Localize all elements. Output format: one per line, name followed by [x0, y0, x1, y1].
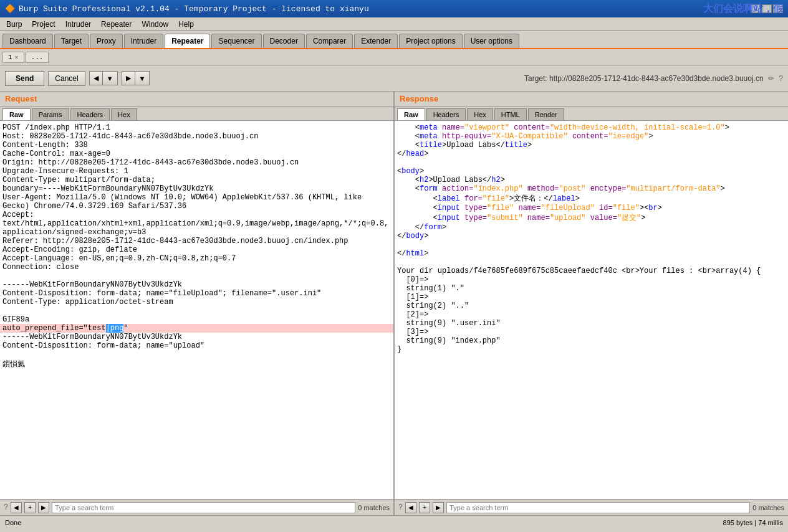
response-tabs: Raw Headers Hex HTML Render — [395, 107, 788, 121]
app-icon: 🔶 — [5, 4, 15, 14]
status-left: Done — [5, 519, 21, 526]
response-search-bar: ? ◀ + ▶ 0 matches — [395, 499, 788, 515]
back-nav-group: ◀ ▼ — [89, 71, 118, 85]
request-header: Request — [0, 92, 393, 107]
request-tab-raw[interactable]: Raw — [2, 108, 31, 120]
response-tab-headers[interactable]: Headers — [426, 108, 466, 120]
status-right: 895 bytes | 74 millis — [723, 519, 783, 526]
request-search-matches: 0 matches — [358, 504, 390, 511]
response-tab-render[interactable]: Render — [528, 108, 564, 120]
toolbar: Send Cancel ◀ ▼ ▶ ▼ Target: http://0828e… — [0, 65, 788, 92]
menu-repeater[interactable]: Repeater — [97, 19, 135, 30]
title-section: 🔶 Burp Suite Professional v2.1.04 - Temp… — [5, 4, 369, 14]
request-content[interactable]: POST /index.php HTTP/1.1 Host: 0828e205-… — [0, 121, 393, 499]
menu-window[interactable]: Window — [138, 19, 172, 30]
tab-dashboard[interactable]: Dashboard — [2, 34, 53, 48]
back-button[interactable]: ◀ — [90, 72, 103, 85]
response-search-next[interactable]: ▶ — [433, 502, 444, 513]
panels: Request Raw Params Headers Hex POST /ind… — [0, 92, 788, 515]
tab-project-options[interactable]: Project options — [399, 34, 462, 48]
repeater-tabs-bar: 1 ✕ ... — [0, 49, 788, 65]
request-search-next-up[interactable]: + — [24, 502, 36, 513]
menubar: Burp Project Intruder Repeater Window He… — [0, 17, 788, 31]
window-controls[interactable]: ─ □ ✕ — [751, 4, 783, 13]
close-button[interactable]: ✕ — [773, 4, 783, 13]
request-tabs: Raw Params Headers Hex — [0, 107, 393, 121]
response-content[interactable]: <meta name="viewport" content="width=dev… — [395, 121, 788, 499]
help-icon[interactable]: ? — [779, 74, 783, 83]
request-tab-headers[interactable]: Headers — [70, 108, 110, 120]
request-search-help-icon[interactable]: ? — [4, 503, 8, 512]
response-search-help-icon[interactable]: ? — [398, 503, 403, 512]
repeater-tab-1-close[interactable]: ✕ — [15, 54, 19, 61]
request-tab-hex[interactable]: Hex — [111, 108, 137, 120]
tab-proxy[interactable]: Proxy — [90, 34, 123, 48]
repeater-tab-1-label: 1 — [8, 54, 12, 61]
response-code: <meta name="viewport" content="width=dev… — [397, 123, 761, 354]
highlighted-line: auto_prepend_file="test|png" — [0, 324, 393, 333]
maximize-button[interactable]: □ — [762, 4, 772, 13]
response-search-prev[interactable]: ◀ — [405, 502, 416, 513]
response-tab-raw[interactable]: Raw — [397, 108, 425, 120]
app-title: Burp Suite Professional v2.1.04 - Tempor… — [19, 4, 369, 14]
tab-repeater[interactable]: Repeater — [165, 34, 210, 48]
request-search-bar: ? ◀ + ▶ 0 matches — [0, 499, 393, 515]
repeater-tab-more[interactable]: ... — [26, 52, 49, 63]
titlebar: 🔶 Burp Suite Professional v2.1.04 - Temp… — [0, 0, 788, 17]
tab-intruder[interactable]: Intruder — [124, 34, 163, 48]
forward-nav-group: ▶ ▼ — [122, 71, 150, 85]
send-button[interactable]: Send — [5, 71, 44, 86]
menu-burp[interactable]: Burp — [2, 19, 26, 30]
forward-dropdown-button[interactable]: ▼ — [135, 72, 150, 85]
request-search-next[interactable]: ▶ — [38, 502, 49, 513]
forward-button[interactable]: ▶ — [122, 72, 135, 85]
tab-target[interactable]: Target — [54, 34, 89, 48]
request-tab-params[interactable]: Params — [32, 108, 69, 120]
response-search-next-up[interactable]: + — [419, 502, 430, 513]
menu-intruder[interactable]: Intruder — [62, 19, 95, 30]
main-tabs: Dashboard Target Proxy Intruder Repeater… — [0, 31, 788, 49]
menu-project[interactable]: Project — [28, 19, 59, 30]
request-search-prev[interactable]: ◀ — [11, 502, 22, 513]
request-remaining: ------WebKitFormBoundaryNN07BytUv3UkdzYk… — [2, 333, 204, 369]
tab-comparer[interactable]: Comparer — [306, 34, 353, 48]
request-line-1: POST /index.php HTTP/1.1 Host: 0828e205-… — [2, 123, 388, 324]
tab-sequencer[interactable]: Sequencer — [211, 34, 261, 48]
target-label: Target: — [524, 74, 547, 83]
response-search-matches: 0 matches — [752, 504, 784, 511]
tab-decoder[interactable]: Decoder — [263, 34, 305, 48]
back-dropdown-button[interactable]: ▼ — [103, 72, 117, 85]
statusbar: Done 895 bytes | 74 millis — [0, 515, 788, 529]
response-tab-html[interactable]: HTML — [494, 108, 527, 120]
menu-help[interactable]: Help — [175, 19, 198, 30]
response-header: Response — [395, 92, 788, 107]
request-panel: Request Raw Params Headers Hex POST /ind… — [0, 92, 395, 515]
edit-target-icon[interactable]: ✏ — [768, 74, 774, 83]
cancel-button[interactable]: Cancel — [48, 71, 85, 86]
minimize-button[interactable]: ─ — [751, 4, 761, 13]
tab-extender[interactable]: Extender — [354, 34, 398, 48]
request-search-input[interactable] — [52, 502, 355, 513]
response-tab-hex[interactable]: Hex — [467, 108, 493, 120]
target-info: Target: http://0828e205-1712-41dc-8443-a… — [153, 74, 783, 83]
target-url: http://0828e205-1712-41dc-8443-ac67e30d3… — [549, 74, 764, 83]
tab-user-options[interactable]: User options — [464, 34, 519, 48]
response-panel: Response Raw Headers Hex HTML Render <me… — [395, 92, 788, 515]
repeater-tab-1[interactable]: 1 ✕ — [2, 52, 24, 63]
response-search-input[interactable] — [446, 502, 750, 513]
repeater-tab-more-label: ... — [31, 54, 44, 61]
